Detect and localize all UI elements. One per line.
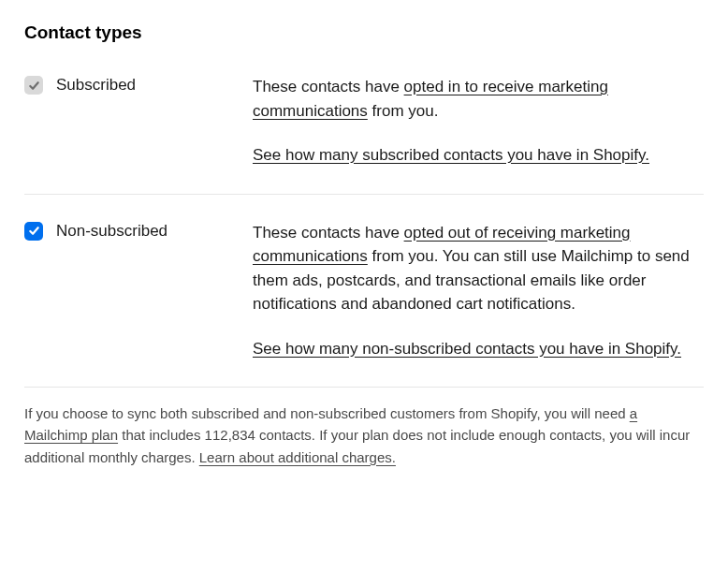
check-icon bbox=[28, 225, 40, 237]
check-icon bbox=[28, 80, 40, 92]
nonsubscribed-label: Non-subscribed bbox=[56, 221, 167, 242]
nonsubscribed-description: These contacts have opted out of receivi… bbox=[253, 221, 704, 316]
subscribed-count-link[interactable]: See how many subscribed contacts you hav… bbox=[253, 146, 649, 164]
additional-charges-link[interactable]: Learn about additional charges. bbox=[199, 449, 396, 465]
subscribed-desc-pre: These contacts have bbox=[253, 78, 404, 95]
nonsubscribed-desc-pre: These contacts have bbox=[253, 224, 404, 242]
nonsubscribed-checkbox[interactable] bbox=[24, 222, 43, 241]
subscribed-checkbox bbox=[24, 76, 43, 95]
contact-type-nonsubscribed-row: Non-subscribed These contacts have opted… bbox=[24, 195, 704, 388]
footer-text-1: If you choose to sync both subscribed an… bbox=[24, 405, 630, 421]
subscribed-description: These contacts have opted in to receive … bbox=[253, 75, 704, 123]
section-heading: Contact types bbox=[24, 22, 704, 43]
subscribed-desc-post: from you. bbox=[368, 102, 439, 120]
subscribed-label: Subscribed bbox=[56, 75, 136, 95]
nonsubscribed-count-link[interactable]: See how many non-subscribed contacts you… bbox=[253, 340, 681, 358]
contact-type-subscribed-row: Subscribed These contacts have opted in … bbox=[24, 75, 704, 194]
sync-warning-footer: If you choose to sync both subscribed an… bbox=[24, 388, 704, 468]
